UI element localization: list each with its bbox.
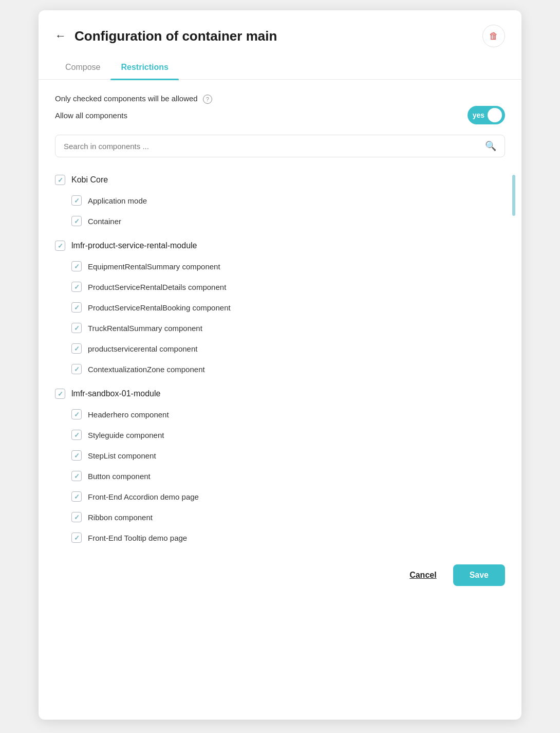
group-kobi-core: ✓ Kobi Core ✓ Application mode ✓ Contain…	[55, 170, 505, 231]
item-checkbox[interactable]: ✓	[71, 261, 82, 271]
list-item: ✓ EquipmentRentalSummary component	[55, 256, 505, 277]
checkmark-icon: ✓	[74, 263, 80, 270]
item-label: Headerhero component	[88, 410, 169, 419]
delete-button[interactable]: 🗑	[482, 25, 505, 47]
item-checkbox[interactable]: ✓	[71, 533, 82, 543]
list-item: ✓ Application mode	[55, 190, 505, 211]
group-checkbox-kobi-core[interactable]: ✓	[55, 175, 65, 185]
group-lmfr-sandbox: ✓ lmfr-sandbox-01-module ✓ Headerhero co…	[55, 383, 505, 548]
group-label-sandbox: lmfr-sandbox-01-module	[71, 389, 160, 398]
item-label: ProductServiceRentalDetails component	[88, 283, 226, 291]
back-button[interactable]: ←	[55, 29, 66, 43]
list-item: ✓ ContextualizationZone component	[55, 359, 505, 379]
item-label: Container	[88, 217, 121, 226]
item-label: Front-End Accordion demo page	[88, 492, 199, 501]
checkmark-icon: ✓	[74, 452, 80, 459]
list-item: ✓ ProductServiceRentalDetails component	[55, 277, 505, 297]
search-input[interactable]	[64, 142, 481, 151]
item-checkbox[interactable]: ✓	[71, 323, 82, 333]
tab-compose[interactable]: Compose	[55, 58, 110, 79]
tab-restrictions[interactable]: Restrictions	[110, 58, 178, 79]
list-item: ✓ Headerhero component	[55, 404, 505, 425]
header-left: ← Configuration of container main	[55, 28, 277, 44]
list-item: ✓ ProductServiceRentalBooking component	[55, 297, 505, 318]
checkmark-icon: ✓	[74, 325, 80, 332]
save-button[interactable]: Save	[453, 564, 505, 586]
item-checkbox[interactable]: ✓	[71, 430, 82, 440]
item-checkbox[interactable]: ✓	[71, 450, 82, 461]
item-label: Application mode	[88, 196, 147, 205]
footer: Cancel Save	[39, 552, 521, 600]
list-item: ✓ Front-End Accordion demo page	[55, 486, 505, 507]
list-item: ✓ productservicerental component	[55, 338, 505, 359]
list-item: ✓ Button component	[55, 466, 505, 486]
search-icon: 🔍	[485, 140, 496, 152]
delete-icon: 🗑	[489, 31, 498, 42]
search-bar: 🔍	[55, 135, 505, 157]
list-item: ✓ StepList component	[55, 445, 505, 466]
group-label-lmfr: lmfr-product-service-rental-module	[71, 241, 197, 250]
group-label-kobi-core: Kobi Core	[71, 175, 108, 185]
checkmark-icon: ✓	[58, 243, 63, 249]
header: ← Configuration of container main 🗑	[39, 10, 521, 58]
item-label: Ribbon component	[88, 513, 153, 522]
item-checkbox[interactable]: ✓	[71, 302, 82, 313]
toggle-label: yes	[473, 111, 484, 119]
modal-container: ← Configuration of container main 🗑 Comp…	[39, 10, 521, 720]
scrollbar[interactable]	[512, 175, 515, 308]
group-header-kobi-core: ✓ Kobi Core	[55, 170, 505, 190]
item-label: StepList component	[88, 451, 156, 460]
components-list: ✓ Kobi Core ✓ Application mode ✓ Contain…	[55, 170, 505, 548]
checkmark-icon: ✓	[74, 411, 80, 418]
checkmark-icon: ✓	[74, 197, 80, 204]
info-text: Only checked components will be allowed …	[55, 94, 505, 104]
item-checkbox[interactable]: ✓	[71, 195, 82, 206]
item-label: EquipmentRentalSummary component	[88, 262, 220, 271]
checkmark-icon: ✓	[74, 473, 80, 480]
item-label: Button component	[88, 472, 151, 481]
item-checkbox[interactable]: ✓	[71, 343, 82, 354]
item-label: Front-End Tooltip demo page	[88, 534, 187, 542]
item-checkbox[interactable]: ✓	[71, 512, 82, 522]
allow-label: Allow all components	[55, 111, 127, 120]
list-item: ✓ Styleguide component	[55, 425, 505, 445]
checkmark-icon: ✓	[74, 284, 80, 290]
group-lmfr-product-service: ✓ lmfr-product-service-rental-module ✓ E…	[55, 235, 505, 379]
checkmark-icon: ✓	[74, 493, 80, 500]
help-icon[interactable]: ?	[203, 95, 212, 104]
tabs-bar: Compose Restrictions	[39, 58, 521, 80]
item-checkbox[interactable]: ✓	[71, 471, 82, 481]
item-checkbox[interactable]: ✓	[71, 282, 82, 292]
list-item: ✓ Container	[55, 211, 505, 231]
checkmark-icon: ✓	[58, 177, 63, 184]
toggle-circle	[488, 108, 502, 122]
page-title: Configuration of container main	[74, 28, 277, 44]
item-checkbox[interactable]: ✓	[71, 491, 82, 502]
checkmark-icon: ✓	[74, 514, 80, 521]
scrollbar-thumb[interactable]	[512, 175, 515, 216]
group-checkbox-sandbox[interactable]: ✓	[55, 389, 65, 399]
back-arrow-icon: ←	[55, 29, 66, 43]
allow-all-row: Allow all components yes	[55, 106, 505, 124]
item-checkbox[interactable]: ✓	[71, 409, 82, 419]
item-label: Styleguide component	[88, 431, 164, 439]
group-header-lmfr: ✓ lmfr-product-service-rental-module	[55, 235, 505, 256]
item-checkbox[interactable]: ✓	[71, 216, 82, 226]
checkmark-icon: ✓	[74, 432, 80, 438]
checkmark-icon: ✓	[74, 304, 80, 311]
item-label: productservicerental component	[88, 344, 197, 353]
list-item: ✓ Ribbon component	[55, 507, 505, 527]
list-item: ✓ TruckRentalSummary component	[55, 318, 505, 338]
group-header-sandbox: ✓ lmfr-sandbox-01-module	[55, 383, 505, 404]
item-label: ContextualizationZone component	[88, 365, 205, 374]
item-checkbox[interactable]: ✓	[71, 364, 82, 374]
checkmark-icon: ✓	[74, 218, 80, 225]
item-label: TruckRentalSummary component	[88, 324, 202, 333]
checkmark-icon: ✓	[58, 391, 63, 397]
item-label: ProductServiceRentalBooking component	[88, 303, 231, 312]
checkmark-icon: ✓	[74, 366, 80, 373]
cancel-button[interactable]: Cancel	[401, 565, 444, 585]
group-checkbox-lmfr[interactable]: ✓	[55, 241, 65, 251]
checkmark-icon: ✓	[74, 345, 80, 352]
allow-toggle[interactable]: yes	[468, 106, 505, 124]
